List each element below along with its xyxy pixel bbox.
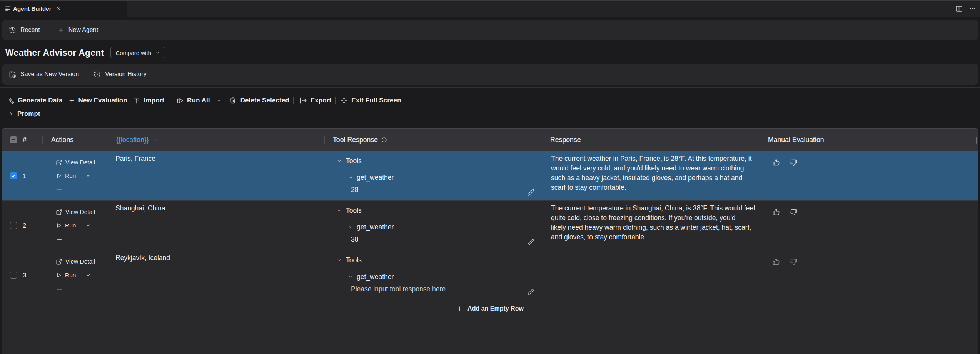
run-dropdown-icon[interactable] [85,173,91,179]
thumbs-down-icon[interactable] [790,159,798,167]
chevron-down-icon [348,274,353,279]
row-number: 1 [23,171,26,181]
response-text: The current temperature in Shanghai, Chi… [551,204,761,242]
tool-name-toggle[interactable]: get_weather [348,173,394,182]
run-dropdown-icon[interactable] [85,223,91,228]
chevron-right-icon [8,111,13,117]
info-icon[interactable] [381,137,387,143]
select-all-checkbox[interactable] [10,136,17,143]
view-detail-button[interactable]: View Detail [56,207,95,217]
row-location-cell[interactable]: Shanghai, China [107,201,324,250]
row-actions-cell: View Detail Run [42,250,107,300]
row-actions-cell: View Detail Run [42,151,107,200]
generate-data-label: Generate Data [18,97,63,104]
tab-close-icon[interactable] [56,6,61,11]
version-history-button[interactable]: Version History [93,71,147,78]
tools-group-toggle[interactable]: Tools [337,255,362,265]
run-label: Run [65,222,76,229]
row-response-cell [544,250,760,300]
tool-value[interactable]: 28 [351,185,358,195]
row-checkbox[interactable] [10,222,17,229]
sparkles-icon [7,97,15,104]
chevron-down-icon [348,225,353,230]
more-options-icon[interactable] [969,5,976,12]
row-more-options-icon[interactable] [56,235,62,244]
import-button[interactable]: Import [133,97,164,104]
run-button[interactable]: Run [56,171,91,180]
prompt-section-toggle[interactable]: Prompt [8,109,40,119]
edit-pencil-icon[interactable] [527,189,535,197]
run-button[interactable]: Run [56,271,91,280]
row-more-options-icon[interactable] [56,185,62,194]
recent-button[interactable]: Recent [9,27,40,34]
row-checkbox[interactable] [10,272,17,279]
thumbs-down-icon[interactable] [790,208,798,216]
table-row: 3 View Detail [2,250,978,300]
edit-pencil-icon[interactable] [527,288,535,296]
tools-group-label: Tools [346,207,362,215]
agent-nav-bar: Recent New Agent [2,20,978,40]
tools-group-toggle[interactable]: Tools [337,206,362,215]
column-divider [760,136,760,144]
play-icon [56,173,62,179]
thumbs-up-icon[interactable] [772,159,780,167]
tool-value[interactable]: 38 [351,235,358,244]
toolbar-divider [335,97,336,104]
compress-icon [340,96,348,105]
chevron-down-icon [154,137,159,142]
delete-selected-label: Delete Selected [240,97,289,104]
edit-pencil-icon[interactable] [527,238,535,246]
row-number: 3 [23,271,26,280]
scrollbar-thumb[interactable] [976,137,977,144]
view-detail-button[interactable]: View Detail [56,158,95,167]
add-empty-row-button[interactable]: Add an Empty Row [2,300,978,317]
column-divider [324,136,325,144]
generate-data-button[interactable]: Generate Data [7,97,63,104]
header-manual-evaluation-cell: Manual Evaluation [760,129,978,151]
delete-selected-button[interactable]: Delete Selected [229,97,289,104]
tool-name-toggle[interactable]: get_weather [348,272,394,282]
run-all-label: Run All [187,97,210,104]
header-actions: Actions [51,129,73,151]
tools-group-label: Tools [346,256,362,264]
exit-full-screen-button[interactable]: Exit Full Screen [340,96,401,105]
save-as-new-version-button[interactable]: Save as New Version [9,71,79,78]
compare-with-label: Compare with [115,50,151,56]
tool-value[interactable]: Please input tool response here [351,284,446,294]
thumbs-down-icon[interactable] [790,258,798,266]
page-title: Weather Advisor Agent [5,48,104,58]
row-location-cell[interactable]: Reykjavík, Iceland [107,250,324,300]
run-button[interactable]: Run [56,221,91,230]
tool-name-label: get_weather [357,223,394,231]
upload-icon [133,97,140,104]
export-button[interactable]: Export [299,96,331,105]
run-all-button[interactable]: Run All [176,97,210,105]
row-response-cell: The current temperature in Shanghai, Chi… [544,201,760,250]
tab-title: Agent Builder [13,5,52,12]
row-location-cell[interactable]: Paris, France [107,151,324,200]
split-view-icon[interactable] [955,5,963,13]
row-select-cell: 2 [2,201,42,250]
version-history-label: Version History [105,71,147,78]
header-location[interactable]: {{location}} [116,129,159,151]
header-actions-cell: Actions [42,129,107,151]
run-dropdown-icon[interactable] [85,272,91,278]
header-tool-response-cell: Tool Response [324,129,544,151]
row-more-options-icon[interactable] [56,284,62,294]
tool-name-toggle[interactable]: get_weather [348,222,394,232]
plus-icon [68,97,75,104]
run-all-dropdown-icon[interactable] [216,98,221,103]
chevron-down-icon [337,159,342,164]
new-evaluation-button[interactable]: New Evaluation [68,97,127,104]
thumbs-up-icon[interactable] [772,208,780,216]
view-detail-button[interactable]: View Detail [56,257,95,266]
thumbs-up-icon[interactable] [772,258,780,266]
row-checkbox[interactable] [10,172,17,179]
tools-group-toggle[interactable]: Tools [337,156,362,166]
tab-agent-builder[interactable]: Agent Builder [0,1,127,17]
save-icon [9,71,16,78]
new-agent-button[interactable]: New Agent [58,27,98,33]
compare-with-button[interactable]: Compare with [110,47,165,58]
column-divider [544,136,544,144]
import-label: Import [144,97,164,104]
